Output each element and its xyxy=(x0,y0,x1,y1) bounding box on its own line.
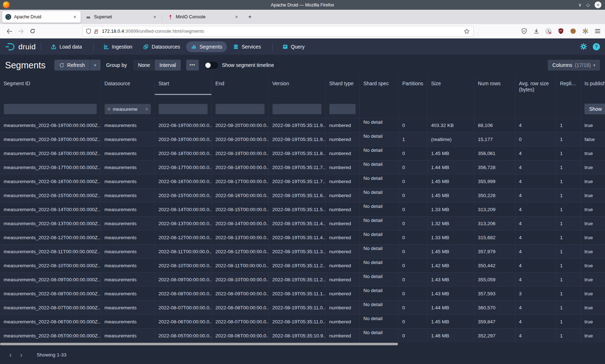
next-page-button[interactable]: › xyxy=(16,349,27,360)
table-row[interactable]: measurements_2022-08-17T00:00:00.000Z...… xyxy=(0,160,605,174)
cell-avg-row-size: 0 xyxy=(515,132,556,146)
nav-item-services[interactable]: Services xyxy=(228,41,266,52)
protections-shield-icon[interactable] xyxy=(520,27,528,35)
filter-show-button[interactable]: Show xyxy=(584,104,605,114)
cell-start: 2022-08-09T00:00:00.0... xyxy=(155,273,212,286)
cell-num-rows: 355,999 xyxy=(474,174,515,188)
cell-num-rows: 15,177 xyxy=(474,132,515,146)
column-header-is-published[interactable]: Is published xyxy=(581,76,605,95)
filter-input-segment-id[interactable] xyxy=(4,104,97,114)
previous-page-button[interactable]: ‹ xyxy=(5,349,16,360)
window-maximize-icon[interactable]: ◇ xyxy=(586,3,590,7)
window-minimize-icon[interactable]: ∨ xyxy=(578,3,582,7)
new-tab-button[interactable]: + xyxy=(244,13,256,21)
column-header-version[interactable]: Version xyxy=(269,76,326,95)
filter-input-start[interactable] xyxy=(158,104,208,114)
column-header-datasource[interactable]: Datasource xyxy=(101,76,155,95)
help-icon[interactable]: ? xyxy=(593,43,600,50)
table-row[interactable]: measurements_2022-08-15T00:00:00.000Z...… xyxy=(0,188,605,202)
table-row[interactable]: measurements_2022-08-05T00:00:00.000Z...… xyxy=(0,328,605,342)
table-row[interactable]: measurements_2022-08-07T00:00:00.000Z...… xyxy=(0,300,605,314)
nav-item-load-data[interactable]: Load data xyxy=(46,41,86,52)
column-header-avg-row-size[interactable]: Avg. row size (bytes) xyxy=(515,76,556,95)
extension-asterisk-icon[interactable] xyxy=(581,27,589,35)
tab-apache-druid[interactable]: Apache Druid × xyxy=(2,11,81,23)
cell-datasource: measurements xyxy=(101,203,155,216)
column-header-start[interactable]: Start xyxy=(155,76,212,95)
settings-gear-icon[interactable] xyxy=(580,43,587,50)
column-header-replicas[interactable]: Replicas xyxy=(556,76,581,95)
cell-shard-spec: No detail xyxy=(360,160,399,174)
bookmark-star-icon[interactable] xyxy=(464,28,470,34)
table-row[interactable]: measurements_2022-08-14T00:00:00.000Z...… xyxy=(0,202,605,216)
table-row[interactable]: measurements_2022-08-16T00:00:00.000Z...… xyxy=(0,174,605,188)
table-row[interactable]: measurements_2022-08-10T00:00:00.000Z...… xyxy=(0,258,605,272)
reload-button[interactable] xyxy=(27,26,38,36)
cell-version: 2022-08-19T05:35:11.0... xyxy=(269,315,326,328)
table-row[interactable]: measurements_2022-08-19T00:00:00.000Z...… xyxy=(0,132,605,146)
segment-timeline-toggle[interactable] xyxy=(205,62,218,69)
group-by-none-button[interactable]: None xyxy=(133,60,154,70)
cell-partitions: 0 xyxy=(399,160,427,174)
cell-replicas: 1 xyxy=(556,217,581,230)
column-header-segment-id[interactable]: Segment ID xyxy=(0,76,101,95)
nav-item-ingestion[interactable]: Ingestion xyxy=(99,41,137,52)
table-row[interactable]: measurements_2022-08-18T00:00:00.000Z...… xyxy=(0,146,605,160)
more-options-button[interactable]: ••• xyxy=(186,60,199,70)
table-row[interactable]: measurements_2022-08-11T00:00:00.000Z...… xyxy=(0,244,605,258)
filter-input-datasource[interactable]: ≡measureme× xyxy=(104,104,151,114)
tab-close-icon[interactable]: × xyxy=(72,14,77,20)
druid-brand[interactable]: druid xyxy=(5,42,36,51)
nav-item-datasources[interactable]: Datasources xyxy=(138,41,185,52)
filter-input-version[interactable] xyxy=(272,104,322,114)
refresh-options-button[interactable]: ▾ xyxy=(90,60,100,70)
insecure-lock-icon[interactable] xyxy=(94,28,99,34)
nav-item-segments[interactable]: Segments xyxy=(186,41,227,52)
cell-partitions: 0 xyxy=(399,273,427,286)
query-icon xyxy=(282,44,288,50)
horizontal-scrollbar[interactable] xyxy=(0,342,605,345)
table-row[interactable]: measurements_2022-08-13T00:00:00.000Z...… xyxy=(0,216,605,230)
table-body: measurements_2022-08-19T00:00:00.000Z...… xyxy=(0,118,605,342)
window-close-button[interactable]: × xyxy=(595,1,601,8)
column-header-num-rows[interactable]: Num rows xyxy=(474,76,515,95)
forward-button[interactable] xyxy=(15,26,27,36)
nav-item-label: Ingestion xyxy=(112,44,133,50)
column-header-shard-type[interactable]: Shard type xyxy=(326,76,360,95)
cell-replicas: 1 xyxy=(556,287,581,300)
table-row[interactable]: measurements_2022-08-12T00:00:00.000Z...… xyxy=(0,230,605,244)
tab-minio-console[interactable]: MinIO Console × xyxy=(164,11,242,23)
cell-start: 2022-08-12T00:00:00.0... xyxy=(155,231,212,244)
column-header-size[interactable]: Size xyxy=(427,76,474,95)
filter-input-shard-type[interactable] xyxy=(329,104,356,114)
cell-avg-row-size: 4 xyxy=(515,231,556,244)
tab-close-icon[interactable]: × xyxy=(234,14,239,20)
url-bar[interactable]: 172.18.0.4:30899/unified-console.html#se… xyxy=(82,26,474,37)
table-row[interactable]: measurements_2022-08-06T00:00:00.000Z...… xyxy=(0,314,605,328)
column-header-end[interactable]: End xyxy=(212,76,269,95)
refresh-button[interactable]: Refresh xyxy=(54,60,90,70)
downloads-icon[interactable] xyxy=(532,27,540,35)
column-header-shard-spec[interactable]: Shard spec xyxy=(360,76,399,95)
menu-hamburger-icon[interactable] xyxy=(593,27,601,35)
filter-input-end[interactable] xyxy=(215,104,265,114)
ublock-origin-icon[interactable]: uO xyxy=(557,27,565,35)
columns-button[interactable]: Columns (17/18) ▾ xyxy=(548,60,600,70)
tracking-protection-shield-icon[interactable] xyxy=(86,28,91,34)
back-button[interactable] xyxy=(4,26,15,36)
cell-version: 2022-08-19T05:35:11.5... xyxy=(269,203,326,216)
scrollbar-thumb[interactable] xyxy=(0,343,398,345)
table-row[interactable]: measurements_2022-08-09T00:00:00.000Z...… xyxy=(0,272,605,286)
tab-superset[interactable]: ∞ Superset × xyxy=(82,11,161,23)
remove-filter-icon[interactable]: × xyxy=(145,106,148,112)
containers-icon[interactable] xyxy=(544,27,552,35)
druid-logo-icon xyxy=(5,42,16,51)
group-by-interval-button[interactable]: Interval xyxy=(155,60,181,70)
nav-item-query[interactable]: Query xyxy=(278,41,309,52)
table-row[interactable]: measurements_2022-08-08T00:00:00.000Z...… xyxy=(0,286,605,300)
tab-close-icon[interactable]: × xyxy=(152,14,157,20)
table-row[interactable]: measurements_2022-08-19T00:00:00.000Z...… xyxy=(0,118,605,132)
column-header-partitions[interactable]: Partitions xyxy=(399,76,427,95)
cookie-icon[interactable] xyxy=(569,27,577,35)
cell-num-rows: 315,682 xyxy=(474,231,515,244)
